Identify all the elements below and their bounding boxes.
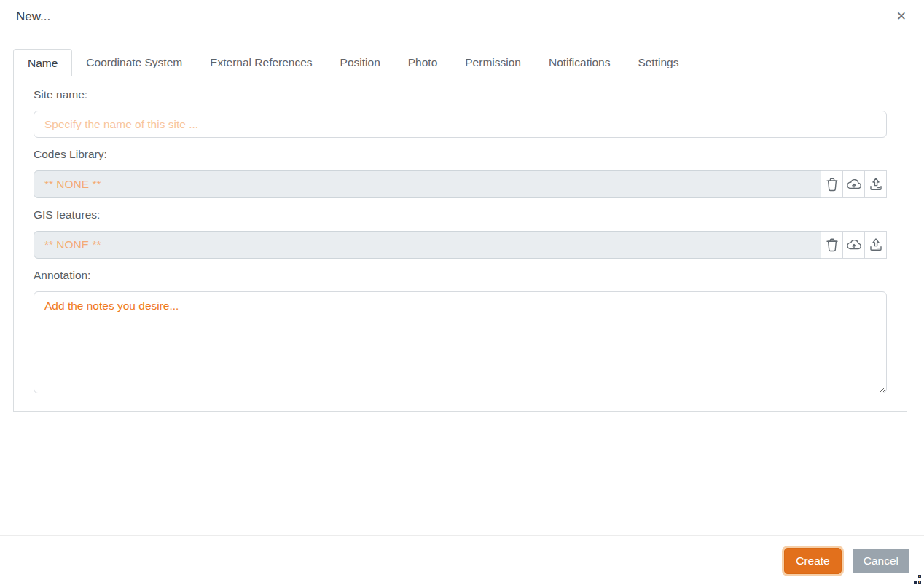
codes-library-delete-button[interactable] (821, 170, 843, 198)
upload-file-icon (869, 177, 883, 192)
window-resize-grip[interactable] (914, 575, 921, 584)
gis-features-upload-file-button[interactable] (864, 231, 887, 259)
cloud-upload-icon (846, 178, 862, 191)
gis-features-cloud-upload-button[interactable] (842, 231, 865, 259)
gis-features-value[interactable] (34, 231, 821, 259)
upload-file-icon (869, 237, 883, 252)
tab-coordinate-system[interactable]: Coordinate System (72, 49, 196, 76)
cancel-button[interactable]: Cancel (853, 549, 909, 573)
trash-icon (826, 177, 839, 192)
codes-library-upload-file-button[interactable] (864, 170, 887, 198)
tab-external-references[interactable]: External References (196, 49, 326, 76)
trash-icon (826, 237, 839, 252)
tab-name[interactable]: Name (13, 49, 72, 76)
annotation-textarea[interactable] (34, 291, 887, 393)
gis-features-row (34, 231, 887, 259)
site-name-input[interactable] (34, 111, 887, 138)
codes-library-cloud-upload-button[interactable] (842, 170, 865, 198)
codes-library-label: Codes Library: (34, 148, 887, 161)
gis-features-delete-button[interactable] (821, 231, 843, 259)
close-icon[interactable]: ✕ (896, 9, 907, 25)
tab-notifications[interactable]: Notifications (535, 49, 624, 76)
tab-permission[interactable]: Permission (451, 49, 535, 76)
gis-features-label: GIS features: (34, 208, 887, 221)
tab-photo[interactable]: Photo (394, 49, 452, 76)
codes-library-value[interactable] (34, 170, 821, 198)
tab-position[interactable]: Position (326, 49, 394, 76)
cloud-upload-icon (846, 238, 862, 251)
create-button[interactable]: Create (784, 548, 842, 574)
name-tab-panel: Site name: Codes Library: (13, 76, 907, 412)
codes-library-row (34, 170, 887, 198)
dialog-footer: Create Cancel (0, 535, 924, 585)
tab-settings[interactable]: Settings (624, 49, 692, 76)
site-name-label: Site name: (34, 88, 887, 101)
dialog-title: New... (16, 9, 50, 24)
tab-bar: Name Coordinate System External Referenc… (13, 49, 907, 76)
annotation-label: Annotation: (34, 269, 887, 282)
dialog-header: New... ✕ (0, 0, 924, 34)
